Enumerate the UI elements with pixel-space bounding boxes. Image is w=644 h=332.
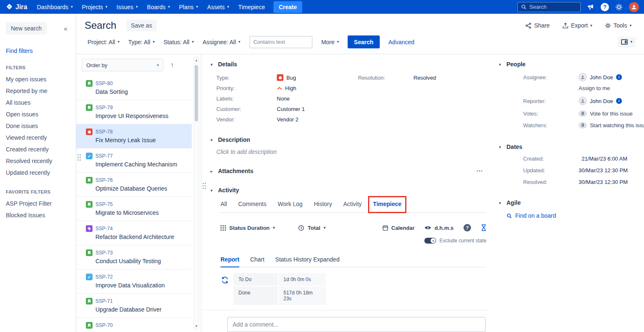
activity-section-header[interactable]: Activity [210, 187, 486, 194]
issue-list-scrollbar[interactable] [193, 56, 199, 330]
dates-section-header[interactable]: Dates [499, 143, 644, 150]
nav-menu-item[interactable]: Issues [112, 0, 143, 14]
help-icon[interactable] [601, 3, 609, 11]
timepiece-subtab[interactable]: Chart [250, 256, 264, 263]
vendor-field-value[interactable]: Vendor 2 [277, 116, 298, 123]
issue-list-item[interactable]: SSP-78 Fix Memory Leak Issue [76, 124, 192, 148]
description-section-header[interactable]: Description [210, 136, 486, 143]
time-format-button[interactable]: d.h.m.s [424, 225, 454, 231]
filter-dropdown[interactable]: Type: All [128, 39, 155, 45]
reporter-value[interactable]: John Doe [579, 97, 622, 105]
sidebar-filter-item[interactable]: Resolved recently [0, 155, 76, 167]
save-as-button[interactable]: Save as [126, 20, 157, 31]
issue-list-item[interactable]: SSP-80 Data Sorting [76, 76, 192, 100]
sidebar-filter-item[interactable]: My open issues [0, 73, 76, 85]
resolution-field-value[interactable]: Resolved [413, 75, 436, 81]
type-field-value[interactable]: Bug [277, 74, 296, 81]
create-button[interactable]: Create [273, 1, 303, 13]
labels-field-value[interactable]: None [277, 96, 290, 102]
start-watching-link[interactable]: Start watching this issue [590, 122, 644, 128]
user-avatar[interactable] [629, 2, 639, 12]
details-section-header[interactable]: Details [210, 61, 486, 68]
collapse-sidebar-icon[interactable] [64, 25, 68, 33]
refresh-icon[interactable] [221, 277, 228, 306]
more-actions-icon[interactable] [477, 169, 483, 173]
global-search-input[interactable] [529, 4, 576, 10]
activity-tab[interactable]: Work Log [278, 201, 303, 207]
search-button[interactable]: Search [348, 35, 380, 48]
nav-menu-item[interactable]: Plans [175, 0, 203, 14]
activity-tab[interactable]: Comments [238, 201, 267, 207]
view-switcher-button[interactable] [618, 37, 636, 47]
advanced-search-link[interactable]: Advanced [388, 39, 414, 45]
issue-list-item[interactable]: SSP-71 Upgrade Database Driver [76, 294, 192, 318]
hourglass-icon[interactable] [481, 224, 486, 231]
sidebar-filter-item[interactable]: Created recently [0, 143, 76, 155]
sidebar-filter-item[interactable]: All issues [0, 97, 76, 108]
tools-button[interactable]: Tools [605, 22, 631, 29]
announcements-megaphone-icon[interactable] [587, 4, 594, 10]
sidebar-filter-item[interactable]: Updated recently [0, 167, 76, 179]
order-by-dropdown[interactable]: Order by [82, 59, 163, 71]
issue-list-item[interactable]: SSP-76 Optimize Database Queries [76, 173, 192, 197]
agile-section-header[interactable]: Agile [499, 199, 644, 206]
nav-menu-item[interactable]: Projects [78, 0, 112, 14]
timepiece-subtab[interactable]: Status History Expanded [275, 256, 339, 263]
expand-chevron-icon[interactable] [210, 169, 215, 174]
activity-tab-timepiece[interactable]: Timepiece [373, 201, 401, 207]
assignee-value[interactable]: John Doe [579, 73, 622, 81]
nav-item-timepiece[interactable]: Timepiece [234, 0, 270, 14]
sidebar-filter-item[interactable]: Done issues [0, 120, 76, 132]
scrollbar-thumb[interactable] [195, 65, 198, 121]
global-search[interactable] [517, 2, 581, 12]
scroll-up-arrow-icon[interactable] [194, 59, 199, 62]
nav-menu-item[interactable]: Dashboards [32, 0, 77, 14]
info-icon[interactable] [616, 98, 622, 104]
new-search-button[interactable]: New search [6, 22, 47, 35]
vote-for-issue-link[interactable]: Vote for this issue [590, 111, 633, 117]
priority-field-value[interactable]: High [277, 85, 296, 91]
info-icon[interactable] [616, 74, 622, 80]
status-duration-dropdown[interactable]: Status Duration [221, 225, 275, 231]
issue-list-item[interactable]: SSP-73 Conduct Usability Testing [76, 245, 192, 269]
issue-list-item[interactable]: SSP-70 [76, 318, 192, 332]
sidebar-favorite-item[interactable]: Blocked Issues [0, 209, 76, 221]
sidebar-filter-item[interactable]: Open issues [0, 108, 76, 120]
issue-list-item[interactable]: SSP-79 Improve UI Responsiveness [76, 100, 192, 124]
activity-tab[interactable]: All [221, 201, 227, 207]
contains-text-input[interactable] [249, 36, 313, 48]
find-filters-link[interactable]: Find filters [6, 48, 76, 54]
sidebar-filter-item[interactable]: Reported by me [0, 85, 76, 97]
timepiece-subtab[interactable]: Report [221, 256, 239, 263]
issue-list-item[interactable]: SSP-74 Refactor Backend Architecture [76, 221, 192, 245]
comment-input[interactable] [227, 317, 486, 332]
sidebar-filter-item[interactable]: Viewed recently [0, 132, 76, 143]
share-button[interactable]: Share [525, 22, 549, 29]
filter-dropdown[interactable]: Status: All [163, 39, 194, 45]
scroll-down-arrow-icon[interactable] [194, 324, 199, 327]
timepiece-help-icon[interactable] [464, 224, 471, 231]
issue-list-item[interactable]: SSP-72 Improve Data Visualization [76, 269, 192, 294]
nav-menu-item[interactable]: Boards [143, 0, 175, 14]
activity-tab[interactable]: Activity [343, 201, 361, 207]
customer-field-value[interactable]: Customer 1 [277, 106, 305, 112]
issue-list-item[interactable]: SSP-77 Implement Caching Mechanism [76, 148, 192, 173]
calendar-button[interactable]: Calendar [382, 225, 415, 231]
description-placeholder[interactable]: Click to add description [216, 148, 486, 155]
exclude-current-state-toggle[interactable] [424, 238, 436, 244]
find-on-board-link[interactable]: Find on a board [506, 212, 644, 219]
export-button[interactable]: Export [562, 22, 592, 29]
total-dropdown[interactable]: Total [298, 225, 326, 231]
filter-dropdown[interactable]: Assignee: All [203, 39, 241, 45]
sort-direction-button[interactable] [170, 62, 174, 68]
sidebar-favorite-item[interactable]: ASP Project Filter [0, 198, 76, 209]
more-filters-dropdown[interactable]: More [321, 39, 339, 45]
people-section-header[interactable]: People [499, 61, 644, 68]
issue-list-item[interactable]: SSP-75 Migrate to Microservices [76, 197, 192, 221]
assign-to-me-link[interactable]: Assign to me [579, 85, 644, 91]
jira-logo[interactable]: Jira [5, 3, 32, 11]
nav-menu-item[interactable]: Assets [203, 0, 234, 14]
settings-gear-icon[interactable] [615, 3, 623, 11]
activity-tab[interactable]: History [314, 201, 332, 207]
filter-dropdown[interactable]: Project: All [88, 39, 120, 45]
